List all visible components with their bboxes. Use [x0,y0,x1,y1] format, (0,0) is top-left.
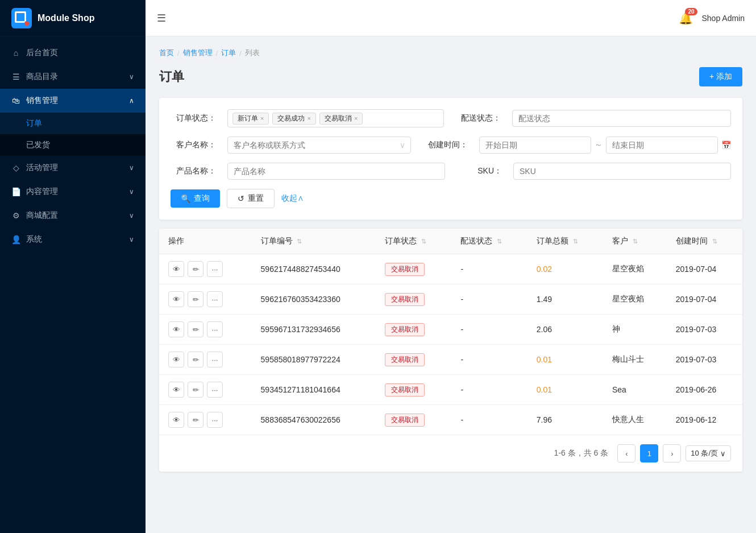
sidebar-item-home[interactable]: ⌂ 后台首页 [0,41,146,65]
chevron-down-icon-5: ∨ [129,235,134,243]
view-btn-3[interactable]: 👁 [168,352,184,367]
sort-created-at[interactable]: ⇅ [712,238,717,245]
sidebar-item-sales[interactable]: 🛍 销售管理 ∧ [0,89,146,113]
created-time-label: 创建时间： [422,140,468,150]
cell-total-3: 0.01 [527,345,603,375]
cell-total-5: 7.96 [527,405,603,435]
table-header: 操作 订单编号 ⇅ 订单状态 ⇅ 配送状态 ⇅ 订单总额 ⇅ 客户 ⇅ 创建时间… [159,229,742,254]
sort-total[interactable]: ⇅ [573,238,578,245]
table-row: 👁 ✏ ··· 596217448827453440 交易取消 - 0.02 星… [159,254,742,284]
cell-shipping-status-0: - [451,254,527,284]
table-body: 👁 ✏ ··· 596217448827453440 交易取消 - 0.02 星… [159,254,742,435]
edit-btn-0[interactable]: ✏ [188,261,203,277]
add-order-button[interactable]: + 添加 [699,67,742,86]
sku-input[interactable] [513,163,731,180]
cell-customer-2: 神 [603,315,667,345]
breadcrumb-list: 列表 [245,48,260,58]
cell-order-status-0: 交易取消 [376,254,451,284]
tag-trade-success-close[interactable]: × [307,115,310,122]
cell-shipping-status-5: - [451,405,527,435]
more-btn-1[interactable]: ··· [207,291,223,307]
cell-customer-3: 梅山斗士 [603,345,667,375]
col-order-status: 订单状态 ⇅ [376,229,451,254]
breadcrumb-order[interactable]: 订单 [221,48,236,58]
edit-btn-3[interactable]: ✏ [188,352,203,367]
shipping-status-input[interactable] [512,110,731,127]
hamburger-button[interactable]: ☰ [157,12,166,24]
sidebar-item-system[interactable]: 👤 系统 ∨ [0,228,146,251]
top-header: ☰ 🔔 20 Shop Admin [146,0,756,36]
view-btn-4[interactable]: 👁 [168,382,184,398]
edit-btn-2[interactable]: ✏ [188,321,203,337]
cell-order-no-0: 596217448827453440 [252,254,376,284]
table-header-row: 操作 订单编号 ⇅ 订单状态 ⇅ 配送状态 ⇅ 订单总额 ⇅ 客户 ⇅ 创建时间… [159,229,742,254]
cell-created-at-4: 2019-06-26 [667,375,742,405]
status-tag-2: 交易取消 [385,323,425,336]
query-button[interactable]: 🔍 查询 [171,189,220,208]
cell-created-at-2: 2019-07-03 [667,315,742,345]
table-row: 👁 ✏ ··· 588368547630022656 交易取消 - 7.96 快… [159,405,742,435]
date-range: ～ 📅 [479,137,731,154]
more-btn-2[interactable]: ··· [207,321,223,337]
logo-icon [11,8,32,28]
cell-actions-5: 👁 ✏ ··· [159,405,252,435]
product-input[interactable] [227,163,445,180]
more-btn-3[interactable]: ··· [207,352,223,367]
sidebar: Module Shop ⌂ 后台首页 ☰ 商品目录 ∨ 🛍 销售管理 ∧ 订单 … [0,0,146,533]
more-btn-5[interactable]: ··· [207,412,223,428]
action-btns-0: 👁 ✏ ··· [168,261,243,277]
next-page-button[interactable]: › [663,444,681,462]
chevron-down-icon: ∨ [129,73,134,81]
sort-customer[interactable]: ⇅ [633,238,638,245]
sort-order-status[interactable]: ⇅ [421,238,426,245]
sidebar-item-system-label: 系统 [26,234,42,245]
sidebar-item-orders[interactable]: 订单 [0,113,146,134]
page-size-select[interactable]: 10 条/页 ∨ [686,445,731,461]
sidebar-item-shipped[interactable]: 已发货 [0,134,146,156]
view-btn-5[interactable]: 👁 [168,412,184,428]
sort-shipping-status[interactable]: ⇅ [497,238,502,245]
admin-name: Shop Admin [702,14,745,23]
end-date-input[interactable] [606,137,718,154]
sidebar-item-shop-config-label: 商城配置 [26,210,58,221]
breadcrumb-home[interactable]: 首页 [159,48,174,58]
col-order-no: 订单编号 ⇅ [252,229,376,254]
tag-trade-cancel-close[interactable]: × [354,115,358,122]
edit-btn-5[interactable]: ✏ [188,412,203,428]
notification-bell[interactable]: 🔔 20 [679,11,693,25]
sidebar-item-activities[interactable]: ◇ 活动管理 ∨ [0,156,146,180]
system-icon: 👤 [11,235,20,244]
view-btn-2[interactable]: 👁 [168,321,184,337]
header-left: ☰ [157,12,166,24]
view-btn-1[interactable]: 👁 [168,291,184,307]
sidebar-item-products[interactable]: ☰ 商品目录 ∨ [0,65,146,89]
table-row: 👁 ✏ ··· 596216760353423360 交易取消 - 1.49 星… [159,284,742,315]
view-btn-0[interactable]: 👁 [168,261,184,277]
sort-order-no[interactable]: ⇅ [297,238,302,245]
edit-btn-4[interactable]: ✏ [188,382,203,398]
start-date-input[interactable] [479,137,591,154]
pagination-bar: 1-6 条，共 6 条 ‹ 1 › 10 条/页 ∨ [159,435,742,472]
col-shipping-status: 配送状态 ⇅ [451,229,527,254]
tag-new-order-close[interactable]: × [260,115,264,122]
cell-actions-0: 👁 ✏ ··· [159,254,252,284]
content-icon: 📄 [11,187,20,196]
edit-btn-1[interactable]: ✏ [188,291,203,307]
prev-page-button[interactable]: ‹ [617,444,635,462]
sidebar-item-shop-config[interactable]: ⚙ 商城配置 ∨ [0,204,146,228]
more-btn-4[interactable]: ··· [207,382,223,398]
more-btn-0[interactable]: ··· [207,261,223,277]
sidebar-item-products-label: 商品目录 [26,72,58,82]
page-1-button[interactable]: 1 [640,444,658,462]
customer-select-wrap: ∨ [227,137,411,154]
collapse-button[interactable]: 收起∧ [281,193,304,204]
sidebar-item-content[interactable]: 📄 内容管理 ∨ [0,180,146,204]
reset-button[interactable]: ↺ 重置 [227,189,275,208]
customer-input[interactable] [227,137,411,154]
activities-icon: ◇ [11,163,20,172]
product-label: 产品名称： [171,166,216,176]
col-total: 订单总额 ⇅ [527,229,603,254]
breadcrumb-sales[interactable]: 销售管理 [183,48,213,58]
filter-card: 订单状态： 新订单 × 交易成功 × 交易取消 × 配送状态： [159,98,742,220]
cell-order-no-1: 596216760353423360 [252,284,376,315]
